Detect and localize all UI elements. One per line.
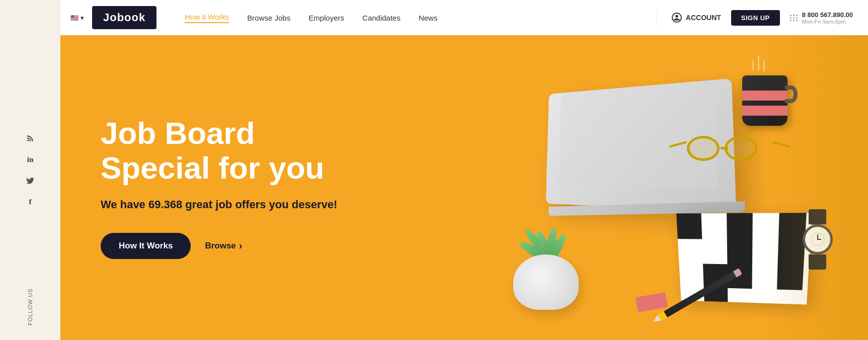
nav-browse-jobs[interactable]: Browse Jobs (247, 14, 290, 22)
hero-gradient-overlay (767, 35, 868, 340)
nav-candidates[interactable]: Candidates (362, 14, 401, 22)
phone-section: 8 800 567.890.00 Mon-Fri 9am-6pm (790, 11, 853, 25)
language-selector[interactable]: 🇺🇸 ▾ (70, 14, 84, 22)
account-button[interactable]: ACCOUNT (672, 13, 721, 23)
steam (752, 60, 765, 71)
hero-content: Job Board Special for you We have 69.368… (60, 116, 337, 259)
zigzag-cell (727, 213, 753, 239)
navbar-right: ACCOUNT SIGN UP 8 800 567.890.00 Mon-Fri… (656, 10, 868, 26)
glasses-illustration (687, 136, 772, 166)
flag-icon: 🇺🇸 (70, 14, 78, 22)
hero-buttons: How It Works Browse › (101, 233, 337, 259)
zigzag-cell (701, 213, 727, 239)
hero-title: Job Board Special for you (101, 116, 337, 185)
how-it-works-button[interactable]: How It Works (101, 233, 191, 259)
rss-icon[interactable] (24, 132, 36, 144)
eraser-illustration (636, 292, 668, 312)
hero-section: Job Board Special for you We have 69.368… (60, 35, 868, 340)
facebook-icon[interactable]: f (24, 196, 36, 208)
glasses-lens-right (725, 136, 757, 161)
zigzag-cell (678, 239, 703, 264)
plant-pot (513, 254, 579, 310)
zigzag-cell (728, 288, 752, 305)
nav-how-it-works[interactable]: How it Works (185, 13, 229, 23)
plant-illustration (506, 199, 586, 310)
phone-hours: Mon-Fri 9am-6pm (802, 19, 853, 25)
dropdown-arrow: ▾ (81, 14, 84, 22)
glasses-frame (687, 136, 772, 161)
logo[interactable]: Jobook (92, 6, 156, 29)
twitter-icon[interactable] (24, 175, 36, 187)
navbar: 🇺🇸 ▾ Jobook How it Works Browse Jobs Emp… (60, 0, 868, 35)
nav-news[interactable]: News (419, 14, 438, 22)
phone-number: 8 800 567.890.00 (802, 11, 853, 19)
laptop-screen (559, 80, 718, 188)
browse-label: Browse (205, 241, 235, 251)
account-label: ACCOUNT (686, 14, 721, 22)
nav-links: How it Works Browse Jobs Employers Candi… (165, 13, 437, 23)
glasses-bridge (721, 147, 728, 149)
phone-grid-icon (790, 15, 798, 21)
glasses-lens-left (687, 136, 720, 161)
zigzag-cell (702, 239, 727, 264)
hero-title-line2: Special for you (101, 151, 337, 185)
nav-employers[interactable]: Employers (308, 14, 344, 22)
browse-arrow: › (239, 240, 243, 251)
hero-title-line1: Job Board (101, 116, 337, 150)
zigzag-cell (676, 213, 702, 239)
phone-info: 8 800 567.890.00 Mon-Fri 9am-6pm (802, 11, 853, 25)
hero-subtitle: We have 69.368 great job offers you dese… (101, 197, 337, 213)
signup-button[interactable]: SIGN UP (731, 10, 780, 26)
zigzag-cell (727, 239, 753, 265)
account-icon (672, 13, 682, 23)
linkedin-icon[interactable]: in (24, 153, 36, 165)
navbar-left: 🇺🇸 ▾ Jobook How it Works Browse Jobs Emp… (60, 6, 437, 29)
sidebar: in f Follow Us (0, 0, 60, 340)
social-links: in f (24, 132, 36, 208)
browse-link[interactable]: Browse › (205, 240, 242, 251)
zigzag-cell (679, 264, 704, 288)
main-content: 🇺🇸 ▾ Jobook How it Works Browse Jobs Emp… (60, 0, 868, 340)
logo-text: Jobook (103, 11, 145, 24)
follow-label: Follow Us (27, 288, 33, 325)
